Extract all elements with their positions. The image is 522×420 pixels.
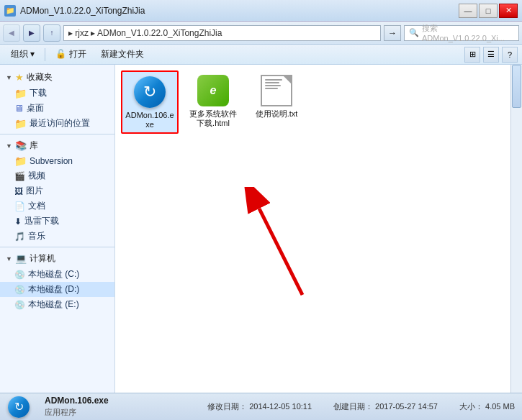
status-modify: 修改日期： 2014-12-05 10:11 <box>207 401 312 412</box>
search-icon: 🔍 <box>409 28 419 37</box>
admon-file-label: ADMon.106.exe <box>125 111 174 129</box>
status-admon-icon: ↻ <box>8 396 30 418</box>
status-size: 大小： 4.05 MB <box>459 401 515 412</box>
back-button[interactable]: ◀ <box>3 24 20 42</box>
sidebar-item-images[interactable]: 🖼 图片 <box>0 183 114 198</box>
library-section: ▼ 📚 库 📁 Subversion 🎬 视频 🖼 图片 📄 文档 ⬇ <box>0 137 114 244</box>
download-folder-icon: 📁 <box>14 88 27 99</box>
view-toggle-button[interactable]: ☰ <box>483 47 499 63</box>
sidebar-item-video-label: 视频 <box>28 170 45 182</box>
txt-line-1 <box>265 79 282 81</box>
sidebar-item-drive-c-label: 本地磁盘 (C:) <box>28 268 79 280</box>
subversion-icon: 📁 <box>14 155 27 167</box>
forward-button[interactable]: ▶ <box>23 24 40 42</box>
sidebar-item-desktop[interactable]: 🖥 桌面 <box>0 101 114 116</box>
create-date: 2017-05-27 14:57 <box>375 402 438 411</box>
modify-date: 2014-12-05 10:11 <box>249 402 312 411</box>
open-button[interactable]: 🔓 打开 <box>49 47 92 63</box>
computer-label: 计算机 <box>30 252 55 265</box>
admon-icon-wrap: ↻ <box>132 75 167 109</box>
txt-icon-corner <box>284 76 291 83</box>
sidebar-item-music[interactable]: 🎵 音乐 <box>0 229 114 244</box>
maximize-button[interactable]: □ <box>479 4 498 18</box>
size-value: 4.05 MB <box>485 402 515 411</box>
txt-icon-wrap <box>259 73 294 108</box>
main-area: ▼ ★ 收藏夹 📁 下载 🖥 桌面 📁 最近访问的位置 ▼ 📚 库 <box>0 65 522 393</box>
scrollbar-thumb[interactable] <box>512 65 521 108</box>
file-item-admon[interactable]: ↻ ADMon.106.exe <box>121 70 179 134</box>
status-bar: ↻ ADMon.106.exe 应用程序 修改日期： 2014-12-05 10… <box>0 393 522 420</box>
close-button[interactable]: ✕ <box>499 4 518 18</box>
sidebar-item-download-label: 下载 <box>30 87 47 99</box>
search-placeholder: 搜索 ADMon_V1.0.22.0_Xi... <box>422 23 514 42</box>
desktop-icon: 🖥 <box>14 103 24 114</box>
sidebar-divider-1 <box>0 134 114 134</box>
sidebar-item-drive-c[interactable]: 💿 本地磁盘 (C:) <box>0 267 114 282</box>
sidebar-item-images-label: 图片 <box>26 185 43 197</box>
address-path[interactable]: ▸ rjxz ▸ ADMon_V1.0.22.0_XiTongZhiJia <box>63 25 381 41</box>
txt-line-4 <box>265 88 278 89</box>
sidebar-item-subversion[interactable]: 📁 Subversion <box>0 154 114 168</box>
sidebar-item-docs[interactable]: 📄 文档 <box>0 198 114 214</box>
file-item-html[interactable]: e 更多系统软件下载.html <box>184 70 242 134</box>
sidebar-item-recent-label: 最近访问的位置 <box>30 117 90 129</box>
html-icon-wrap: e <box>196 73 230 108</box>
recent-folder-icon: 📁 <box>14 118 27 129</box>
sidebar-item-thunder-label: 迅雷下载 <box>24 215 59 227</box>
status-filename: ADMon.106.exe <box>45 396 109 406</box>
favorites-icon: ★ <box>15 72 24 83</box>
toolbar: 组织 ▾ 🔓 打开 新建文件夹 ⊞ ☰ ? <box>0 45 522 65</box>
window-controls: — □ ✕ <box>459 4 518 18</box>
new-folder-button[interactable]: 新建文件夹 <box>94 47 150 63</box>
title-bar: 📁 ADMon_V1.0.22.0_XiTongZhiJia — □ ✕ <box>0 0 522 22</box>
toolbar-right: ⊞ ☰ ? <box>464 47 518 63</box>
txt-file-icon <box>261 75 292 106</box>
computer-icon: 💻 <box>15 253 27 264</box>
scrollbar-track[interactable] <box>510 65 522 393</box>
sidebar-item-subversion-label: Subversion <box>30 156 73 166</box>
sidebar-item-drive-e-label: 本地磁盘 (E:) <box>28 298 79 311</box>
status-filetype: 应用程序 <box>45 407 109 418</box>
sidebar-item-drive-d-label: 本地磁盘 (D:) <box>28 283 79 296</box>
sidebar-item-drive-e[interactable]: 💿 本地磁盘 (E:) <box>0 297 114 312</box>
address-bar: ◀ ▶ ↑ ▸ rjxz ▸ ADMon_V1.0.22.0_XiTongZhi… <box>0 22 522 45</box>
sidebar-item-music-label: 音乐 <box>28 230 45 242</box>
computer-section: ▼ 💻 计算机 💿 本地磁盘 (C:) 💿 本地磁盘 (D:) 💿 本地磁盘 (… <box>0 250 114 312</box>
library-icon: 📚 <box>15 140 27 151</box>
title-bar-text: ADMon_V1.0.22.0_XiTongZhiJia <box>20 6 459 16</box>
sidebar-item-video[interactable]: 🎬 视频 <box>0 168 114 183</box>
help-button[interactable]: ? <box>502 47 518 63</box>
html-file-label: 更多系统软件下载.html <box>187 109 239 128</box>
computer-header: ▼ 💻 计算机 <box>0 250 114 267</box>
sidebar-item-recent[interactable]: 📁 最近访问的位置 <box>0 116 114 131</box>
drive-c-icon: 💿 <box>14 270 25 280</box>
html-file-icon: e <box>197 75 229 106</box>
library-triangle: ▼ <box>6 142 12 150</box>
txt-line-3 <box>265 85 281 86</box>
view-options-button[interactable]: ⊞ <box>464 47 480 63</box>
txt-file-label: 使用说明.txt <box>256 109 298 119</box>
status-meta: 修改日期： 2014-12-05 10:11 创建日期： 2017-05-27 … <box>207 401 515 412</box>
video-icon: 🎬 <box>14 171 25 181</box>
up-button[interactable]: ↑ <box>43 24 60 42</box>
status-create: 创建日期： 2017-05-27 14:57 <box>333 401 438 412</box>
status-info: ADMon.106.exe 应用程序 <box>45 396 109 418</box>
window-icon: 📁 <box>4 5 16 17</box>
sidebar-divider-2 <box>0 247 114 247</box>
organize-button[interactable]: 组织 ▾ <box>4 47 41 63</box>
content-area: ↻ ADMon.106.exe e 更多系统软件下载.html <box>115 65 522 393</box>
favorites-header: ▼ ★ 收藏夹 <box>0 69 114 86</box>
drive-d-icon: 💿 <box>14 285 25 295</box>
sidebar-item-drive-d[interactable]: 💿 本地磁盘 (D:) <box>0 282 114 297</box>
sidebar: ▼ ★ 收藏夹 📁 下载 🖥 桌面 📁 最近访问的位置 ▼ 📚 库 <box>0 65 115 393</box>
size-label: 大小： <box>459 402 483 411</box>
sidebar-item-download[interactable]: 📁 下载 <box>0 86 114 101</box>
search-box[interactable]: 🔍 搜索 ADMon_V1.0.22.0_Xi... <box>404 25 519 41</box>
minimize-button[interactable]: — <box>459 4 477 18</box>
address-go-button[interactable]: → <box>384 25 401 41</box>
docs-icon: 📄 <box>14 201 25 211</box>
file-item-txt[interactable]: 使用说明.txt <box>248 70 305 134</box>
images-icon: 🖼 <box>14 186 23 196</box>
favorites-triangle: ▼ <box>6 74 12 81</box>
sidebar-item-thunder[interactable]: ⬇ 迅雷下载 <box>0 214 114 229</box>
